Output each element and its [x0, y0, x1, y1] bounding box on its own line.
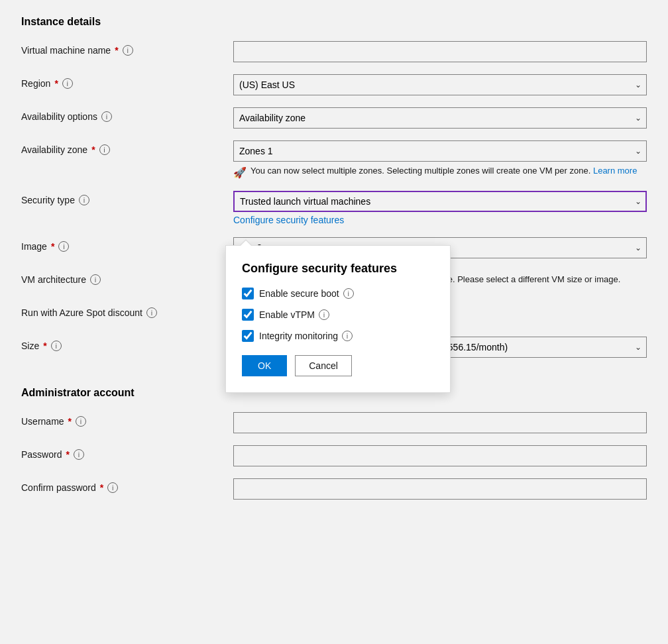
- secure-boot-checkbox[interactable]: [242, 288, 254, 299]
- vtpm-label: Enable vTPM i: [259, 309, 329, 320]
- secure-boot-row: Enable secure boot i: [242, 288, 434, 299]
- vtpm-row: Enable vTPM i: [242, 309, 434, 321]
- integrity-monitoring-info-icon[interactable]: i: [342, 331, 353, 341]
- modal-title: Configure security features: [242, 262, 434, 276]
- modal-triangle-inner: [240, 241, 252, 246]
- integrity-monitoring-label: Integrity monitoring i: [259, 331, 353, 341]
- secure-boot-label: Enable secure boot i: [259, 288, 354, 299]
- vtpm-checkbox[interactable]: [242, 309, 254, 321]
- modal-cancel-button[interactable]: Cancel: [295, 355, 352, 376]
- modal-overlay: Configure security features Enable secur…: [0, 0, 668, 527]
- modal-ok-button[interactable]: OK: [242, 355, 287, 376]
- integrity-monitoring-checkbox[interactable]: [242, 330, 254, 342]
- secure-boot-info-icon[interactable]: i: [343, 288, 354, 299]
- vtpm-info-icon[interactable]: i: [319, 309, 329, 320]
- modal-buttons: OK Cancel: [242, 355, 434, 376]
- configure-security-modal: Configure security features Enable secur…: [225, 245, 451, 393]
- integrity-monitoring-row: Integrity monitoring i: [242, 330, 434, 342]
